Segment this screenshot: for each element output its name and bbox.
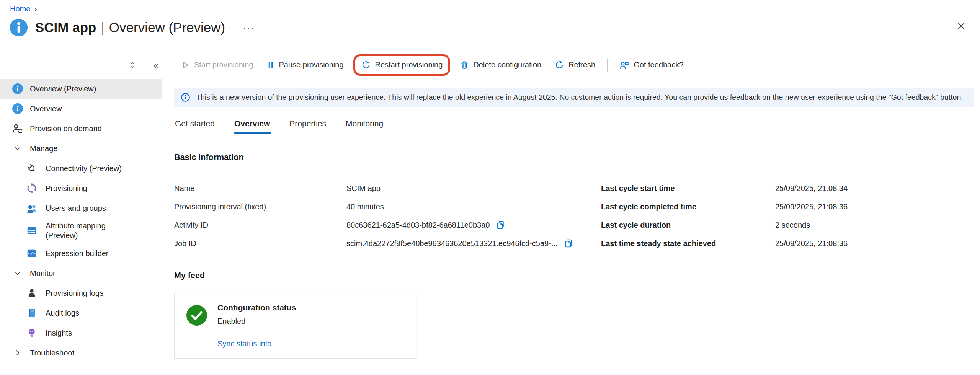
sidebar-item-label: Insights <box>46 328 76 338</box>
refresh-button[interactable]: Refresh <box>548 53 602 77</box>
book-icon <box>26 307 38 319</box>
sidebar-item-expression-builder[interactable]: </> Expression builder <box>0 243 162 263</box>
basic-information-grid: Name SCIM app Provisioning interval (fix… <box>174 179 974 253</box>
info-row-job-id: Job ID scim.4da2272f9f5e40be963463620e51… <box>174 234 601 253</box>
plug-icon <box>26 163 38 174</box>
tab-monitoring[interactable]: Monitoring <box>345 116 384 134</box>
sidebar-item-overview-preview[interactable]: Overview (Preview) <box>0 79 162 99</box>
chevron-down-icon <box>11 144 24 153</box>
delete-configuration-button[interactable]: Delete configuration <box>453 53 548 77</box>
info-row-last-cycle-start: Last cycle start time 25/09/2025, 21:08:… <box>601 179 974 197</box>
copy-icon[interactable] <box>496 220 506 230</box>
breadcrumb-home-link[interactable]: Home <box>10 5 30 13</box>
person-log-icon <box>26 287 38 299</box>
page-header: SCIM app | Overview (Preview) ··· <box>0 17 980 38</box>
tab-get-started[interactable]: Get started <box>174 116 216 134</box>
chevron-right-icon <box>11 349 24 357</box>
lightbulb-icon <box>26 327 38 339</box>
provisioning-sync-icon <box>26 183 38 194</box>
app-info-badge-icon <box>10 19 28 36</box>
tab-properties[interactable]: Properties <box>289 116 327 134</box>
basic-information-heading: Basic information <box>174 153 974 162</box>
info-row-activity-id: Activity ID 80c63621-62a5-4d03-bf82-6a68… <box>174 216 601 234</box>
sidebar-item-provision-on-demand[interactable]: Provision on demand <box>0 119 162 139</box>
info-row-provisioning-interval: Provisioning interval (fixed) 40 minutes <box>174 197 601 216</box>
copy-icon[interactable] <box>564 238 574 248</box>
pause-provisioning-button[interactable]: Pause provisioning <box>260 53 350 77</box>
sidebar-item-overview[interactable]: Overview <box>0 99 162 119</box>
close-icon[interactable] <box>956 20 967 32</box>
info-row-last-cycle-completed: Last cycle completed time 25/09/2025, 21… <box>601 197 974 216</box>
sidebar-item-audit-logs[interactable]: Audit logs <box>0 303 162 323</box>
restart-provisioning-button[interactable]: Restart provisioning <box>356 56 448 74</box>
restart-annotation-highlight: Restart provisioning <box>353 54 451 76</box>
info-row-name: Name SCIM app <box>174 179 601 197</box>
sidebar-item-label: Provisioning <box>46 184 91 193</box>
breadcrumb-chevron-icon: › <box>34 5 37 13</box>
success-check-icon <box>186 305 207 326</box>
start-provisioning-button[interactable]: Start provisioning <box>174 53 260 77</box>
command-bar: « Start provisioning Pause provisioning … <box>0 53 980 77</box>
title-separator: | <box>101 20 104 36</box>
sidebar-group-manage[interactable]: Manage <box>0 139 162 158</box>
sidebar-group-label: Monitor <box>30 269 59 278</box>
tab-bar: Get started Overview Properties Monitori… <box>174 116 974 134</box>
sidebar-item-label: Provisioning logs <box>46 289 107 298</box>
banner-info-icon <box>181 93 190 102</box>
more-options-icon[interactable]: ··· <box>243 22 255 33</box>
sync-status-info-link[interactable]: Sync status info <box>217 339 296 348</box>
command-buttons: Start provisioning Pause provisioning Re… <box>174 53 980 77</box>
sidebar-item-attribute-mapping-preview[interactable]: Attribute mapping (Preview) <box>0 218 162 243</box>
sidebar-item-label: Provision on demand <box>30 124 106 134</box>
sidebar-item-label: Expression builder <box>46 249 113 258</box>
blade-controls: « <box>0 53 174 77</box>
breadcrumb: Home › <box>0 0 980 13</box>
sidebar-item-label: Overview <box>30 104 65 114</box>
info-row-last-cycle-duration: Last cycle duration 2 seconds <box>601 216 974 234</box>
sidebar-item-label: Users and groups <box>46 204 110 213</box>
users-icon <box>26 202 38 214</box>
sidebar-item-users-and-groups[interactable]: Users and groups <box>0 198 162 218</box>
page-title: SCIM app | Overview (Preview) <box>35 20 225 36</box>
my-feed-heading: My feed <box>174 271 974 280</box>
sidebar-item-label: Connectivity (Preview) <box>46 164 126 173</box>
main-content: This is a new version of the provisionin… <box>174 77 980 375</box>
configuration-status-card: Configuration status Enabled Sync status… <box>174 293 416 359</box>
sidebar-group-label: Troubleshoot <box>30 348 78 358</box>
sidebar-group-label: Manage <box>30 144 61 153</box>
sidebar: Overview (Preview) Overview Provision on… <box>0 77 174 375</box>
restart-icon <box>361 60 371 70</box>
play-icon <box>181 60 190 70</box>
info-icon <box>11 103 24 114</box>
sidebar-item-connectivity-preview[interactable]: Connectivity (Preview) <box>0 158 162 178</box>
toolbar-divider <box>607 59 608 72</box>
sidebar-item-insights[interactable]: Insights <box>0 323 162 343</box>
tab-overview[interactable]: Overview <box>234 116 271 134</box>
sidebar-item-provisioning-logs[interactable]: Provisioning logs <box>0 283 162 303</box>
sidebar-item-label: Attribute mapping (Preview) <box>46 221 137 240</box>
svg-text:</>: </> <box>28 251 36 256</box>
info-row-last-steady-state: Last time steady state achieved 25/09/20… <box>601 234 974 253</box>
card-title: Configuration status <box>217 303 296 312</box>
app-name: SCIM app <box>35 20 96 35</box>
resize-blade-icon[interactable] <box>128 61 137 69</box>
table-icon <box>26 225 38 236</box>
collapse-menu-icon[interactable]: « <box>154 60 159 70</box>
info-banner: This is a new version of the provisionin… <box>174 88 974 107</box>
person-sync-icon <box>11 123 24 134</box>
banner-text: This is a new version of the provisionin… <box>196 93 963 102</box>
info-icon <box>11 83 24 95</box>
chevron-down-icon <box>11 269 24 277</box>
refresh-icon <box>554 60 564 70</box>
pause-icon <box>266 60 275 70</box>
sidebar-group-monitor[interactable]: Monitor <box>0 263 162 283</box>
got-feedback-button[interactable]: Got feedback? <box>613 53 690 77</box>
page-name: Overview (Preview) <box>109 20 225 35</box>
code-icon: </> <box>26 248 38 259</box>
trash-icon <box>460 60 469 70</box>
status-value: Enabled <box>217 317 296 326</box>
sidebar-item-label: Audit logs <box>46 308 83 318</box>
sidebar-item-label: Overview (Preview) <box>30 84 100 94</box>
sidebar-item-provisioning[interactable]: Provisioning <box>0 178 162 198</box>
sidebar-group-troubleshoot[interactable]: Troubleshoot <box>0 343 162 363</box>
